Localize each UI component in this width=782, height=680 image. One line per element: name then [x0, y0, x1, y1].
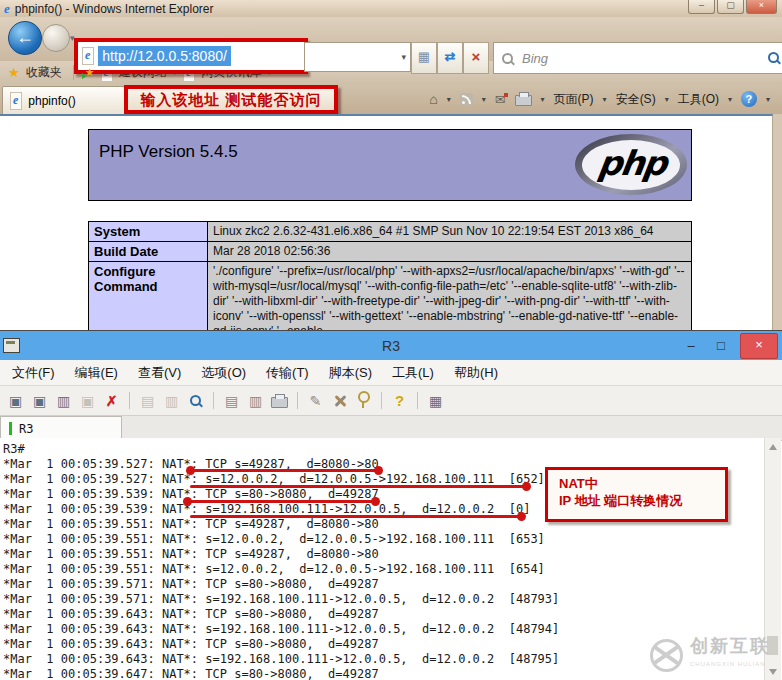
tools-menu-button[interactable]: 工具(O): [678, 91, 719, 108]
search-go-icon[interactable]: [768, 52, 779, 63]
terminal-window-controls: – □ ×: [680, 333, 778, 358]
forward-button[interactable]: [42, 24, 70, 52]
tab-annotation-box: 输入该地址 测试能否访问: [124, 85, 338, 114]
feeds-icon[interactable]: [460, 93, 473, 106]
page-menu-button[interactable]: 页面(P): [554, 91, 594, 108]
tab-phpinfo[interactable]: e phpinfo(): [2, 86, 125, 114]
terminal-log-line: *Mar 1 00:05:39.643: NAT*: s=192.168.100…: [3, 622, 767, 637]
search-input[interactable]: [520, 50, 768, 67]
global-options-icon[interactable]: [329, 391, 350, 410]
ie-logo-icon: e: [4, 1, 10, 17]
terminal-log-line: *Mar 1 00:05:39.571: NAT*: s=192.168.100…: [3, 592, 767, 607]
chevron-down-icon[interactable]: ▾: [603, 95, 607, 104]
disconnect-icon[interactable]: ✗: [101, 391, 122, 410]
watermark: 创新互联 CHUANGXIN HULIAN: [650, 637, 770, 673]
watermark-logo-icon: [650, 639, 683, 672]
maximize-button[interactable]: ▢: [717, 0, 744, 14]
watermark-caption: CHUANGXIN HULIAN: [690, 655, 770, 673]
ie-page-content: PHP Version 5.4.5 php SystemLinux zkc2 2…: [0, 114, 773, 332]
address-input[interactable]: http://12.0.0.5:8080/: [98, 46, 231, 66]
ie-window-title: phpinfo() - Windows Internet Explorer: [15, 2, 214, 16]
terminal-menu-item[interactable]: 传输(T): [256, 364, 319, 382]
favorites-button[interactable]: 收藏夹: [26, 64, 62, 81]
tab-label: phpinfo(): [28, 94, 75, 108]
chevron-down-icon[interactable]: ▾: [482, 95, 486, 104]
php-row-value: Mar 28 2018 02:56:36: [208, 242, 692, 262]
toolbar-separator: [213, 392, 214, 409]
search-box: [493, 42, 782, 74]
session-options-icon[interactable]: ✎: [305, 391, 326, 410]
php-row-label: Configure Command: [89, 262, 208, 333]
chevron-down-icon[interactable]: ▾: [728, 95, 732, 104]
paste-icon[interactable]: ▥: [161, 391, 182, 410]
print-icon[interactable]: [269, 391, 290, 410]
reconnect-icon[interactable]: ▣: [77, 391, 98, 410]
nat-annotation-line1: NAT中: [559, 475, 719, 492]
nat-annotation-box: NAT中 IP 地址 端口转换情况: [545, 467, 728, 522]
php-version-header: PHP Version 5.4.5 php: [88, 129, 692, 201]
watermark-brand: 创新互联: [690, 637, 770, 655]
page-icon: e: [82, 47, 94, 65]
compatibility-view-button[interactable]: ▦: [411, 42, 437, 74]
session-manager-icon[interactable]: ▦: [425, 391, 446, 410]
chevron-down-icon[interactable]: ▾: [541, 95, 545, 104]
terminal-menu-item[interactable]: 脚本(S): [319, 364, 382, 382]
refresh-button[interactable]: ⇄: [437, 42, 463, 74]
annotation-line: [187, 500, 376, 503]
chevron-down-icon[interactable]: ▾: [447, 95, 451, 104]
terminal-menu-item[interactable]: 工具(L): [382, 364, 444, 382]
terminal-menu-item[interactable]: 选项(O): [191, 364, 256, 382]
print-selection-icon[interactable]: ▥: [245, 391, 266, 410]
phpinfo-page: PHP Version 5.4.5 php SystemLinux zkc2 2…: [88, 129, 692, 332]
session-connected-indicator: [9, 422, 12, 435]
home-button[interactable]: ⌂: [429, 91, 437, 107]
terminal-log-line: *Mar 1 00:05:39.551: NAT*: s=12.0.0.2, d…: [3, 562, 767, 577]
keymap-icon[interactable]: [353, 391, 374, 410]
scroll-down-icon[interactable]: [769, 669, 777, 675]
help-icon[interactable]: ?: [389, 391, 410, 410]
chevron-down-icon[interactable]: ▾: [766, 95, 770, 104]
annotation-line: [190, 485, 527, 488]
address-bar-extension[interactable]: ▾: [304, 42, 411, 72]
screenshot-stage: e phpinfo() - Windows Internet Explorer …: [0, 0, 782, 680]
read-mail-icon[interactable]: ✉: [495, 92, 506, 107]
back-button[interactable]: ←: [8, 21, 42, 55]
terminal-menu-item[interactable]: 帮助(H): [444, 364, 508, 382]
terminal-menu-item[interactable]: 文件(F): [2, 364, 65, 382]
safety-menu-button[interactable]: 安全(S): [616, 91, 656, 108]
search-icon: [502, 53, 513, 64]
scroll-up-icon[interactable]: [769, 444, 777, 450]
terminal-menu-item[interactable]: 编辑(E): [65, 364, 128, 382]
minimize-button[interactable]: –: [688, 0, 715, 14]
toolbar-separator: [297, 392, 298, 409]
annotation-line: [190, 469, 379, 472]
terminal-menu-item[interactable]: 查看(V): [128, 364, 191, 382]
ie-window-controls: – ▢ ×: [688, 0, 777, 14]
print-preview-icon[interactable]: ▤: [221, 391, 242, 410]
connect-icon[interactable]: ▣: [29, 391, 50, 410]
terminal-log-line: *Mar 1 00:05:39.643: NAT*: TCP s=80->808…: [3, 607, 767, 622]
quick-connect-icon[interactable]: ▣: [5, 391, 26, 410]
copy-icon[interactable]: ▤: [137, 391, 158, 410]
ie-window: e phpinfo() - Windows Internet Explorer …: [0, 0, 782, 330]
maximize-button[interactable]: □: [710, 338, 732, 353]
php-logo: php: [575, 134, 687, 195]
chevron-down-icon[interactable]: ▾: [665, 95, 669, 104]
favorites-star-icon: ★: [8, 65, 20, 80]
find-icon[interactable]: [185, 391, 206, 410]
close-button[interactable]: ×: [746, 0, 777, 14]
close-button[interactable]: ×: [740, 333, 778, 359]
add-favorites-icon[interactable]: ★: [85, 66, 95, 79]
help-icon[interactable]: ?: [741, 91, 757, 107]
tabbed-session-icon[interactable]: ▥: [53, 391, 74, 410]
terminal-window-title: R3: [0, 338, 782, 354]
php-table-row: Configure Command'./configure' '--prefix…: [89, 262, 692, 333]
session-tab-label: R3: [19, 422, 33, 436]
address-dropdown-icon[interactable]: ▾: [401, 52, 406, 62]
terminal-log-line: R3#: [3, 442, 767, 457]
print-icon[interactable]: [515, 95, 532, 106]
stop-button[interactable]: ×: [463, 42, 489, 74]
terminal-toolbar: ▣▣▥▣✗▤▥▤▥✎?▦: [0, 386, 782, 416]
terminal-titlebar: R3 – □ ×: [0, 331, 782, 360]
minimize-button[interactable]: –: [680, 338, 702, 353]
